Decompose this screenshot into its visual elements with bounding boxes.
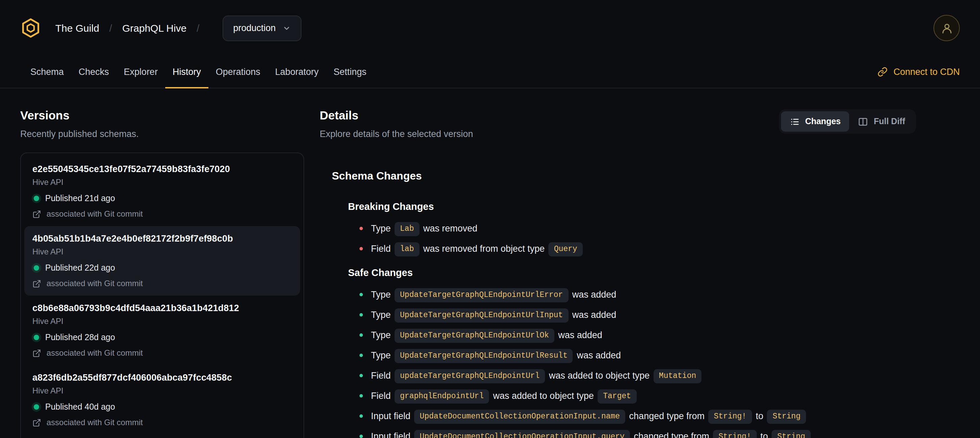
view-toggle-group: Changes Full Diff bbox=[779, 109, 916, 134]
schema-change-item: Type UpdateTargetGraphQLEndpointUrlOk wa… bbox=[360, 327, 916, 343]
breaking-changes-title: Breaking Changes bbox=[348, 201, 916, 212]
safe-changes-list: Type UpdateTargetGraphQLEndpointUrlError… bbox=[360, 287, 916, 438]
bullet-dot bbox=[360, 354, 363, 357]
version-service: Hive API bbox=[32, 177, 292, 187]
published-status-dot bbox=[34, 404, 39, 410]
columns-icon bbox=[858, 116, 869, 127]
user-avatar-button[interactable] bbox=[934, 15, 960, 41]
schema-change-item: Type UpdateTargetGraphQLEndpointUrlInput… bbox=[360, 307, 916, 323]
bullet-dot bbox=[360, 374, 363, 377]
bullet-dot bbox=[360, 293, 363, 296]
code-chip: String! bbox=[713, 430, 757, 438]
hive-logo-icon[interactable] bbox=[20, 18, 41, 38]
version-list-item[interactable]: a823f6db2a55df877dcf406006abca97fcc4858c… bbox=[24, 365, 300, 435]
code-chip: graphqlEndpointUrl bbox=[395, 389, 489, 404]
version-published: Published 22d ago bbox=[45, 263, 115, 272]
change-text-segment: Field bbox=[371, 391, 393, 401]
change-text-segment: Type bbox=[371, 330, 393, 340]
nav-tab-laboratory[interactable]: Laboratory bbox=[268, 56, 326, 88]
code-chip: UpdateTargetGraphQLEndpointUrlError bbox=[395, 288, 568, 303]
nav-tab-explorer[interactable]: Explorer bbox=[116, 56, 165, 88]
schema-change-item: Input field UpdateDocumentCollectionOper… bbox=[360, 428, 916, 438]
nav-tab-history[interactable]: History bbox=[165, 56, 208, 88]
chevron-down-icon bbox=[283, 24, 291, 32]
external-link-icon bbox=[32, 210, 41, 218]
nav-tab-operations[interactable]: Operations bbox=[208, 56, 268, 88]
code-chip: Mutation bbox=[654, 369, 702, 383]
changes-view-button[interactable]: Changes bbox=[781, 111, 850, 132]
code-chip: String! bbox=[708, 410, 752, 424]
nav-tab-schema[interactable]: Schema bbox=[23, 56, 71, 88]
connect-to-cdn-link[interactable]: Connect to CDN bbox=[877, 56, 960, 88]
version-list-item[interactable]: c8b6e88a06793b9c4dfd54aaa21b36a1b421d812… bbox=[24, 296, 300, 365]
breadcrumb-separator: / bbox=[109, 22, 112, 34]
change-text-segment: Type bbox=[371, 290, 393, 299]
published-status-dot bbox=[34, 196, 39, 201]
change-text-segment: to bbox=[753, 411, 766, 421]
details-panel: Details Explore details of the selected … bbox=[320, 88, 960, 438]
top-bar: The Guild / GraphQL Hive / production bbox=[0, 0, 980, 56]
schema-change-item: Field updateTargetGraphQLEndpointUrl was… bbox=[360, 368, 916, 383]
code-chip: UpdateTargetGraphQLEndpointUrlInput bbox=[395, 308, 568, 323]
change-text-segment: was added to object type bbox=[491, 391, 597, 401]
bullet-dot bbox=[360, 333, 363, 337]
change-text-segment: changed type from bbox=[627, 411, 707, 421]
change-text-segment: Input field bbox=[371, 411, 413, 421]
change-text-segment: was removed from object type bbox=[420, 244, 547, 254]
change-content: Field graphqlEndpointUrl was added to ob… bbox=[371, 388, 638, 404]
nav-tab-checks[interactable]: Checks bbox=[71, 56, 116, 88]
app-viewport: The Guild / GraphQL Hive / production Sc… bbox=[0, 0, 980, 438]
nav-tab-settings[interactable]: Settings bbox=[326, 56, 374, 88]
code-chip: String bbox=[767, 410, 806, 424]
version-status-row: Published 22d ago bbox=[32, 263, 292, 272]
org-name[interactable]: The Guild bbox=[55, 22, 99, 34]
versions-title: Versions bbox=[20, 109, 304, 123]
breaking-changes-list: Type Lab was removed Field lab was remov… bbox=[360, 221, 916, 256]
target-selector-dropdown[interactable]: production bbox=[222, 15, 301, 41]
git-commit-label: associated with Git commit bbox=[46, 279, 143, 288]
change-text-segment: was added bbox=[570, 310, 616, 320]
version-hash: a823f6db2a55df877dcf406006abca97fcc4858c bbox=[32, 373, 292, 383]
schema-change-item: Type Lab was removed bbox=[360, 221, 916, 236]
git-commit-label: associated with Git commit bbox=[46, 209, 143, 219]
main-content: Versions Recently published schemas. e2e… bbox=[0, 88, 980, 438]
code-chip: String bbox=[772, 430, 811, 438]
published-status-dot bbox=[34, 265, 39, 271]
bullet-dot bbox=[360, 313, 363, 317]
version-service: Hive API bbox=[32, 317, 292, 326]
version-git-row: associated with Git commit bbox=[32, 279, 292, 288]
change-text-segment: Field bbox=[371, 371, 393, 381]
change-text-segment: Type bbox=[371, 310, 393, 320]
version-list-item[interactable]: 4b05ab51b1b4a7e2e4b0ef82172f2b9f7ef98c0b… bbox=[24, 226, 300, 296]
change-content: Type UpdateTargetGraphQLEndpointUrlInput… bbox=[371, 307, 616, 323]
code-chip: lab bbox=[395, 242, 419, 256]
schema-change-item: Field graphqlEndpointUrl was added to ob… bbox=[360, 388, 916, 404]
breadcrumb: The Guild / GraphQL Hive / production bbox=[20, 15, 301, 41]
version-service: Hive API bbox=[32, 386, 292, 395]
change-text-segment: Input field bbox=[371, 431, 413, 438]
change-text-segment: was added bbox=[570, 290, 616, 299]
changes-view-label: Changes bbox=[805, 117, 841, 126]
details-subtitle: Explore details of the selected version bbox=[320, 129, 473, 139]
code-chip: UpdateTargetGraphQLEndpointUrlResult bbox=[395, 349, 573, 363]
schema-change-item: Field lab was removed from object type Q… bbox=[360, 241, 916, 256]
bullet-dot bbox=[360, 247, 363, 250]
change-text-segment: Type bbox=[371, 350, 393, 360]
schema-change-item: Type UpdateTargetGraphQLEndpointUrlResul… bbox=[360, 347, 916, 363]
git-commit-label: associated with Git commit bbox=[46, 418, 143, 427]
details-heading-block: Details Explore details of the selected … bbox=[320, 88, 473, 139]
project-name[interactable]: GraphQL Hive bbox=[122, 22, 186, 34]
change-text-segment: was added bbox=[574, 350, 621, 360]
version-published: Published 28d ago bbox=[45, 333, 115, 342]
safe-changes-title: Safe Changes bbox=[348, 267, 916, 278]
schema-changes-title: Schema Changes bbox=[332, 170, 916, 182]
change-content: Field lab was removed from object type Q… bbox=[371, 241, 584, 256]
version-status-row: Published 40d ago bbox=[32, 402, 292, 412]
version-list-item[interactable]: e2e55045345ce13fe07f52a77459b83fa3fe7020… bbox=[24, 156, 300, 226]
bullet-dot bbox=[360, 414, 363, 418]
code-chip: Query bbox=[549, 242, 583, 256]
change-text-segment: Type bbox=[371, 223, 393, 234]
full-diff-view-label: Full Diff bbox=[874, 117, 905, 126]
full-diff-view-button[interactable]: Full Diff bbox=[850, 111, 914, 132]
change-content: Field updateTargetGraphQLEndpointUrl was… bbox=[371, 368, 703, 383]
